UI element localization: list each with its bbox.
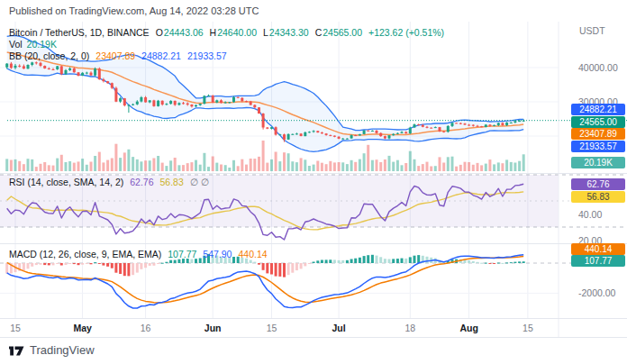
volume-title: Vol [9,39,23,50]
time-axis-label: Jul [332,323,345,333]
symbol-legend: Bitcoin / TetherUS, 1D, BINANCEO24443.06… [9,27,444,38]
rsi-title: RSI (14, close, SMA, 14, 2) [9,177,123,187]
rsi-empty-values: ∅ ∅ [190,177,209,187]
volume-pane [5,141,525,171]
macd-axis-label: -2000.00 [578,287,615,298]
macd-legend: MACD (12, 26, close, 9, EMA, EMA)107.775… [9,249,268,259]
macd-axis-badge: 107.77 [571,255,625,267]
bb-lower-value: 21933.57 [187,50,227,61]
time-axis-label: Aug [459,323,477,333]
ohlc-values: O24443.06H24640.00L24343.30C24565.00 [150,27,362,38]
ohlc-value: 24565.00 [323,27,362,38]
time-axis-label: 15 [522,323,533,333]
quote-currency-label: USDT [579,25,605,36]
time-axis-label: 15 [267,323,277,333]
pane-separator [0,173,627,174]
tradingview-wordmark: TradingView [30,343,95,357]
macd-hist-value: 107.77 [168,249,196,259]
macd-signal-value: 440.14 [238,249,267,259]
pane-separator [0,243,627,244]
price-axis-badge: 24882.21 [571,104,625,115]
price-axis-badge: 20.19K [571,157,625,168]
ohlc-value: 24443.06 [164,27,204,38]
price-axis-label: 40000.00 [578,62,618,73]
price-axis-badge: 24565.00 [571,116,625,128]
rsi-axis-badge: 56.83 [571,191,625,203]
bb-legend: BB (20, close, 2, 0)23407.8924882.212193… [9,50,227,61]
bb-title: BB (20, close, 2, 0) [9,50,89,61]
chart-bottom-border [0,337,627,338]
time-axis-label: 18 [405,323,416,333]
ohlc-value: 24343.30 [269,27,309,38]
tradingview-footer[interactable]: TradingView [9,342,95,357]
price-axis-badge: 21933.57 [571,141,625,152]
time-axis-label: 15 [10,323,21,333]
ohlc-value: 24640.00 [217,27,257,38]
ohlc-key: H [210,27,217,38]
rsi-axis-badge: 62.76 [571,178,625,190]
rsi-legend: RSI (14, close, SMA, 14, 2)62.7656.83∅ ∅ [9,177,209,187]
time-axis-label: 16 [141,323,151,333]
time-axis-label: Jun [204,323,222,333]
ohlc-key: O [156,27,163,38]
volume-value: 20.19K [27,39,57,50]
tradingview-logo-icon [9,342,25,357]
published-chart: Published on TradingView.com, Aug 14, 20… [0,0,627,364]
time-axis-label: May [73,323,91,333]
symbol-title: Bitcoin / TetherUS, 1D, BINANCE [9,27,150,38]
macd-line-value: 547.90 [203,249,232,259]
pane-separator [0,318,627,319]
bb-upper-value: 24882.21 [141,50,181,61]
change-value: +123.62 (+0.51%) [368,27,444,38]
rsi-value: 62.76 [130,177,153,187]
macd-axis-badge: 440.14 [571,243,625,255]
macd-title: MACD (12, 26, close, 9, EMA, EMA) [9,249,161,259]
rsi-sma-value: 56.83 [160,177,184,187]
published-header: Published on TradingView.com, Aug 14, 20… [9,5,259,16]
ohlc-key: C [315,27,323,38]
rsi-axis-label: 40.00 [578,209,602,220]
bb-basis-value: 23407.89 [95,50,135,61]
volume-legend: Vol20.19K [9,39,57,50]
price-axis-badge: 23407.89 [571,128,625,140]
ohlc-key: L [263,27,268,38]
